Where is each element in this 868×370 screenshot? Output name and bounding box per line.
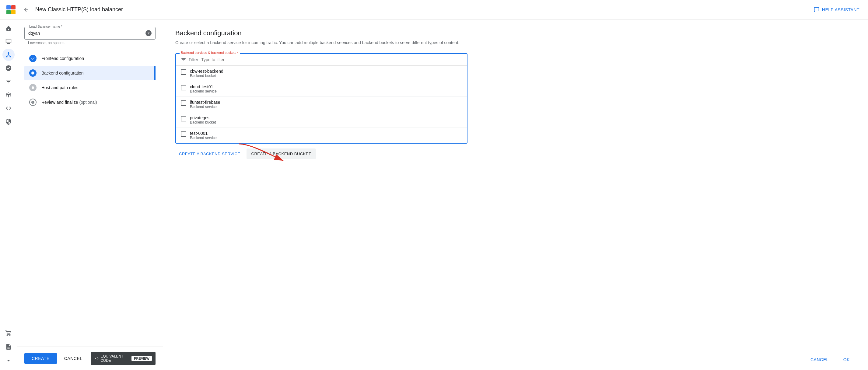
create-button[interactable]: CREATE xyxy=(24,353,57,364)
steps: Frontend configuration Backend configura… xyxy=(24,51,156,110)
sidebar-icon-home[interactable] xyxy=(2,22,14,34)
item-name-3: privategcs xyxy=(190,115,216,120)
item-type-4: Backend service xyxy=(190,136,217,140)
icon-sidebar xyxy=(0,20,17,370)
item-type-0: Backend bucket xyxy=(190,74,223,78)
step-label-frontend: Frontend configuration xyxy=(41,56,84,61)
right-panel-footer: CANCEL OK xyxy=(163,349,868,370)
cancel-button[interactable]: CANCEL xyxy=(59,353,87,364)
left-panel: Load Balancer name * ? Lowercase, no spa… xyxy=(17,20,163,370)
topbar-back[interactable] xyxy=(21,4,32,15)
section-desc: Create or select a backend service for i… xyxy=(175,39,467,46)
step-label-host-path: Host and path rules xyxy=(41,85,78,90)
step-backend[interactable]: Backend configuration xyxy=(24,66,156,80)
load-balancer-name-input[interactable] xyxy=(28,31,143,36)
item-type-3: Backend bucket xyxy=(190,120,216,124)
sidebar-icon-security[interactable] xyxy=(2,116,14,128)
backend-item-0[interactable]: cbw-test-backend Backend bucket xyxy=(176,66,467,81)
create-backend-bucket-button[interactable]: CREATE A BACKEND BUCKET xyxy=(247,149,316,159)
item-name-2: ifuntest-firebase xyxy=(190,100,220,105)
step-icon-review xyxy=(29,99,36,106)
step-label-backend: Backend configuration xyxy=(41,70,84,75)
right-panel-content: Backend configuration Create or select a… xyxy=(163,20,868,349)
topbar-logo xyxy=(5,4,17,16)
svg-rect-2 xyxy=(6,10,11,14)
preview-badge: PREVIEW xyxy=(131,356,152,361)
item-name-1: cloud-test01 xyxy=(190,84,217,89)
step-icon-backend xyxy=(29,69,36,77)
help-assistant-button[interactable]: HELP ASSISTANT xyxy=(810,4,863,15)
field-label: Load Balancer name * xyxy=(28,25,64,28)
action-buttons-row: CREATE A BACKEND SERVICE CREATE A BACKEN… xyxy=(175,144,467,159)
backend-item-2[interactable]: ifuntest-firebase Backend service xyxy=(176,97,467,112)
right-panel: Backend configuration Create or select a… xyxy=(163,20,868,370)
step-icon-frontend xyxy=(29,55,36,62)
topbar-title: New Classic HTTP(S) load balancer xyxy=(35,6,806,13)
step-review[interactable]: Review and finalize (optional) xyxy=(24,95,156,110)
step-frontend[interactable]: Frontend configuration xyxy=(24,51,156,66)
sidebar-icon-route[interactable] xyxy=(2,62,14,74)
item-name-0: cbw-test-backend xyxy=(190,69,223,74)
backend-items-list: cbw-test-backend Backend bucket cloud-te… xyxy=(176,66,467,143)
backend-item-1[interactable]: cloud-test01 Backend service xyxy=(176,81,467,97)
right-cancel-button[interactable]: CANCEL xyxy=(804,354,835,365)
section-title: Backend configuration xyxy=(175,29,856,37)
filter-input[interactable] xyxy=(201,57,462,62)
sidebar-icon-network[interactable] xyxy=(2,49,14,61)
checkbox-2[interactable] xyxy=(181,100,186,106)
sidebar-icon-document[interactable] xyxy=(2,341,14,353)
filter-row: Filter xyxy=(176,54,467,66)
step-icon-host-path xyxy=(29,84,36,91)
help-icon[interactable]: ? xyxy=(146,30,152,36)
step-host-path[interactable]: Host and path rules xyxy=(24,80,156,95)
item-type-1: Backend service xyxy=(190,89,217,93)
backend-item-4[interactable]: test-0001 Backend service xyxy=(176,128,467,143)
sidebar-icon-code[interactable] xyxy=(2,102,14,115)
sidebar-icon-box[interactable] xyxy=(2,89,14,101)
left-panel-content: Load Balancer name * ? Lowercase, no spa… xyxy=(17,20,163,346)
item-type-2: Backend service xyxy=(190,105,220,109)
backend-field-legend: Backend services & backend buckets * xyxy=(180,51,240,55)
help-assistant-label: HELP ASSISTANT xyxy=(822,7,860,12)
left-panel-footer: CREATE CANCEL EQUIVALENT CODE PREVIEW xyxy=(17,346,163,370)
svg-rect-3 xyxy=(11,10,16,14)
step-label-review: Review and finalize (optional) xyxy=(41,100,97,105)
topbar: New Classic HTTP(S) load balancer HELP A… xyxy=(0,0,868,20)
load-balancer-name-field: Load Balancer name * ? Lowercase, no spa… xyxy=(24,27,156,45)
item-name-4: test-0001 xyxy=(190,131,217,136)
checkbox-3[interactable] xyxy=(181,116,186,121)
sidebar-icon-monitor[interactable] xyxy=(2,35,14,48)
svg-rect-0 xyxy=(6,5,11,9)
checkbox-0[interactable] xyxy=(181,69,186,75)
checkbox-1[interactable] xyxy=(181,85,186,90)
field-input-wrapper: ? xyxy=(24,27,156,39)
right-ok-button[interactable]: OK xyxy=(837,354,856,365)
checkbox-4[interactable] xyxy=(181,131,186,137)
filter-icon xyxy=(181,57,186,62)
sidebar-icon-filter[interactable] xyxy=(2,75,14,88)
equivalent-code-button[interactable]: EQUIVALENT CODE PREVIEW xyxy=(91,352,156,365)
equivalent-code-label: EQUIVALENT CODE xyxy=(100,354,130,363)
create-backend-service-button[interactable]: CREATE A BACKEND SERVICE xyxy=(175,149,244,159)
backend-services-field: Backend services & backend buckets * Fil… xyxy=(175,53,467,144)
svg-rect-1 xyxy=(11,5,16,9)
sidebar-icon-expand[interactable] xyxy=(2,354,14,366)
backend-item-3[interactable]: privategcs Backend bucket xyxy=(176,112,467,128)
sidebar-icon-cart[interactable] xyxy=(2,328,14,340)
field-hint: Lowercase, no spaces. xyxy=(24,41,156,45)
step-optional: (optional) xyxy=(80,100,97,105)
